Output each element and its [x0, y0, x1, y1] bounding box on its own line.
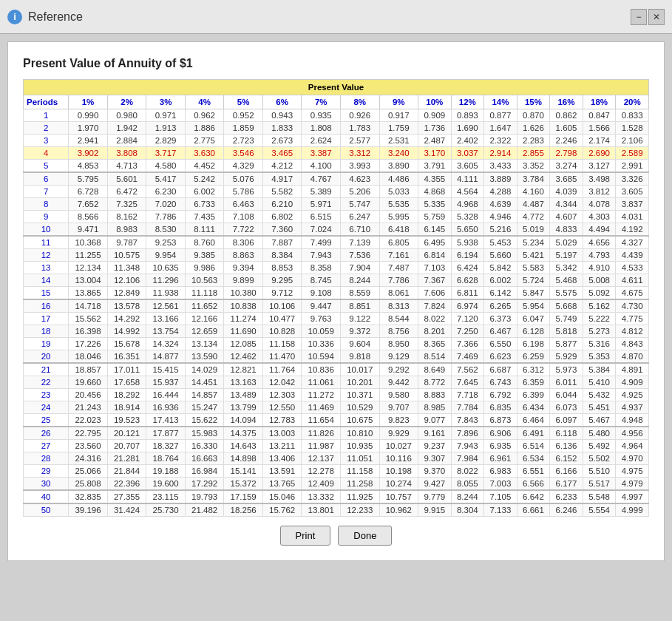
value-cell: 4.100: [302, 160, 341, 173]
buttons-area: Print Done: [23, 526, 649, 546]
value-cell: 21.482: [185, 503, 224, 517]
value-cell: 6.047: [517, 313, 550, 325]
value-cell: 10.201: [340, 376, 379, 389]
table-row: 109.4718.9838.5308.1117.7227.3607.0246.7…: [24, 223, 649, 237]
close-button[interactable]: ✕: [648, 9, 665, 25]
period-cell: 21: [24, 363, 69, 376]
window-controls: − ✕: [631, 9, 665, 25]
value-cell: 12.134: [69, 262, 108, 274]
col-header-20pct: 20%: [616, 95, 649, 109]
value-cell: 6.628: [451, 274, 484, 287]
value-cell: 9.899: [224, 274, 263, 287]
value-cell: 19.600: [146, 478, 186, 491]
annuity-table: Present Value Periods1%2%3%4%5%6%7%8%9%1…: [23, 79, 649, 517]
col-header-3pct: 3%: [146, 95, 186, 109]
value-cell: 4.812: [616, 325, 649, 338]
value-cell: 12.166: [185, 313, 224, 325]
value-cell: 11.051: [340, 452, 379, 465]
value-cell: 6.002: [484, 274, 517, 287]
value-cell: 11.938: [146, 287, 186, 300]
value-cell: 7.366: [451, 338, 484, 350]
value-cell: 1.736: [418, 122, 452, 135]
value-cell: 9.129: [379, 350, 418, 364]
period-cell: 20: [24, 350, 69, 364]
value-cell: 8.566: [69, 211, 108, 223]
value-cell: 5.818: [550, 325, 583, 338]
value-cell: 6.312: [517, 363, 550, 376]
value-cell: 6.566: [517, 478, 550, 491]
value-cell: 7.435: [185, 211, 224, 223]
value-cell: 10.935: [340, 440, 379, 452]
value-cell: 15.622: [185, 414, 224, 427]
value-cell: 8.306: [224, 236, 263, 249]
value-cell: 6.814: [418, 249, 452, 262]
value-cell: 3.127: [583, 160, 616, 173]
value-cell: 6.811: [451, 287, 484, 300]
value-cell: 7.718: [451, 389, 484, 401]
period-cell: 40: [24, 490, 69, 503]
value-cell: 4.793: [583, 249, 616, 262]
period-cell: 5: [24, 160, 69, 173]
table-row: 32.9412.8842.8292.7752.7232.6732.6242.57…: [24, 135, 649, 147]
value-cell: 17.877: [146, 427, 186, 440]
value-cell: 5.724: [517, 274, 550, 287]
value-cell: 6.210: [262, 198, 302, 211]
value-cell: 5.554: [583, 503, 616, 517]
value-cell: 6.551: [517, 465, 550, 478]
value-cell: 5.273: [583, 325, 616, 338]
value-cell: 5.216: [484, 223, 517, 237]
value-cell: 11.652: [185, 299, 224, 313]
value-cell: 5.938: [451, 236, 484, 249]
table-row: 98.5668.1627.7867.4357.1086.8026.5156.24…: [24, 211, 649, 223]
value-cell: 1.783: [340, 122, 379, 135]
value-cell: 9.122: [340, 313, 379, 325]
value-cell: 9.370: [418, 465, 452, 478]
table-row: 4032.83527.35523.11519.79317.15915.04613…: [24, 490, 649, 503]
value-cell: 5.453: [484, 236, 517, 249]
value-cell: 9.447: [302, 299, 341, 313]
value-cell: 9.292: [379, 363, 418, 376]
value-cell: 10.274: [379, 478, 418, 491]
print-button[interactable]: Print: [280, 526, 331, 546]
value-cell: 10.059: [302, 325, 341, 338]
value-cell: 5.316: [583, 338, 616, 350]
table-row: 87.6527.3257.0206.7336.4636.2105.9715.74…: [24, 198, 649, 211]
value-cell: 16.398: [69, 325, 108, 338]
value-cell: 9.787: [107, 236, 146, 249]
period-cell: 26: [24, 427, 69, 440]
value-cell: 22.023: [69, 414, 108, 427]
value-cell: 21.844: [107, 465, 146, 478]
value-cell: 7.003: [484, 478, 517, 491]
value-cell: 11.061: [302, 376, 341, 389]
value-cell: 6.424: [451, 262, 484, 274]
value-cell: 7.896: [451, 427, 484, 440]
done-button[interactable]: Done: [338, 526, 392, 546]
value-cell: 0.909: [418, 109, 452, 122]
value-cell: 8.384: [262, 249, 302, 262]
value-cell: 2.531: [379, 135, 418, 147]
value-cell: 9.108: [302, 287, 341, 300]
value-cell: 1.647: [484, 122, 517, 135]
value-cell: 1.605: [550, 122, 583, 135]
value-cell: 8.244: [451, 490, 484, 503]
col-header-9pct: 9%: [379, 95, 418, 109]
table-row: 2522.02319.52317.41315.62214.09412.78311…: [24, 414, 649, 427]
value-cell: 5.548: [583, 490, 616, 503]
value-cell: 5.842: [484, 262, 517, 274]
table-row: 2723.56020.70718.32716.33014.64313.21111…: [24, 440, 649, 452]
value-cell: 13.765: [262, 478, 302, 491]
value-cell: 6.259: [517, 350, 550, 364]
value-cell: 8.244: [340, 274, 379, 287]
value-cell: 6.514: [517, 440, 550, 452]
table-row: 2925.06621.84419.18816.98415.14113.59112…: [24, 465, 649, 478]
minimize-button[interactable]: −: [631, 9, 647, 25]
value-cell: 9.712: [262, 287, 302, 300]
value-cell: 4.853: [69, 160, 108, 173]
value-cell: 19.660: [69, 376, 108, 389]
value-cell: 2.577: [340, 135, 379, 147]
value-cell: 11.764: [262, 363, 302, 376]
value-cell: 5.747: [340, 198, 379, 211]
value-cell: 10.575: [107, 249, 146, 262]
value-cell: 7.499: [302, 236, 341, 249]
present-value-header: Present Value: [24, 80, 649, 95]
